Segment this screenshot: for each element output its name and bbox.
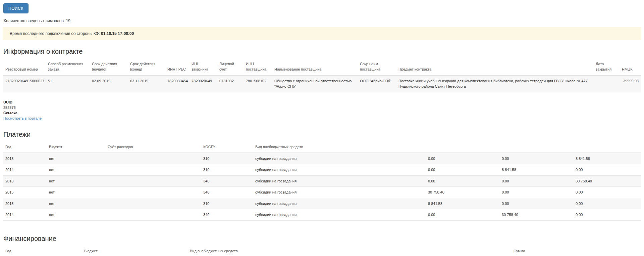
- registry-number-cell: 2782002064915000027: [3, 75, 45, 92]
- amount-1-cell: 8 841.58: [425, 198, 499, 209]
- table-row: 2014 нет 310 субсидии на госзадания 0.00…: [3, 164, 641, 176]
- kosgu-cell: 310: [201, 198, 253, 209]
- section-title-financing: Финансирование: [3, 235, 641, 243]
- alert-datetime: 01.10.15 17:00:00: [101, 31, 134, 36]
- amount-3-cell: 0.00: [573, 209, 641, 221]
- col-header-amount-1: [425, 142, 499, 153]
- amount-2-cell: 30 758.40: [499, 209, 573, 221]
- table-row: 2015 нет 310 субсидии на госзадания 8 84…: [3, 198, 641, 209]
- col-header-year: Год: [3, 142, 46, 153]
- amount-1-cell: 0.00: [425, 164, 499, 176]
- col-header-kosgu: КОСГУ: [201, 142, 253, 153]
- year-cell: 2014: [3, 164, 46, 176]
- payments-table: Год Бюджет Счёт расходов КОСГУ Вид внебю…: [3, 142, 641, 221]
- table-row: 2014 нет 340 субсидии на госзадания 0.00…: [3, 209, 641, 221]
- col-header-supplier-name: Наименование поставщика: [272, 59, 357, 75]
- extrabudget-type-cell: субсидии на госзадания: [253, 198, 425, 209]
- amount-2-cell: 0.00: [499, 187, 573, 198]
- amount-2-cell: 8 841.58: [499, 164, 573, 176]
- amount-2-cell: 0.00: [499, 175, 573, 187]
- amount-3-cell: 0.00: [573, 164, 641, 176]
- kosgu-cell: 340: [201, 209, 253, 221]
- close-date-cell: [593, 75, 619, 92]
- term-start-cell: 02.09.2015: [89, 75, 127, 92]
- supplier-short-name-cell: ООО "Абрис-СПб": [357, 75, 396, 92]
- amount-3-cell: 8 841.58: [573, 153, 641, 164]
- expense-account-cell: [105, 198, 201, 209]
- inn-customer-cell: 7820020649: [189, 75, 217, 92]
- year-cell: 2015: [3, 198, 46, 209]
- col-header-nmck: НМЦК: [619, 59, 641, 75]
- amount-2-cell: 0.00: [499, 153, 573, 164]
- year-cell: 2014: [3, 209, 46, 221]
- supplier-name-cell: Общество с ограниченной ответственностью…: [272, 75, 357, 92]
- col-header-extrabudget-type: Вид внебюджетных средств: [253, 142, 425, 153]
- kosgu-cell: 310: [201, 153, 253, 164]
- amount-1-cell: 0.00: [425, 153, 499, 164]
- contract-header-row: Реестровый номер Способ размещения заказ…: [3, 59, 641, 75]
- placement-method-cell: 51: [45, 75, 89, 92]
- budget-cell: нет: [46, 209, 105, 221]
- col-header-inn-grbs: ИНН ГРБС: [165, 59, 189, 75]
- extrabudget-type-cell: субсидии на госзадания: [253, 209, 425, 221]
- col-header-year: Год: [3, 246, 82, 256]
- col-header-budget: Бюджет: [46, 142, 105, 153]
- financing-header-row: Год Бюджет Вид внебюджетных средств Сумм…: [3, 246, 641, 256]
- col-header-extrabudget-type: Вид внебюджетных средств: [187, 246, 511, 256]
- extrabudget-type-cell: субсидии на госзадания: [253, 187, 425, 198]
- budget-cell: нет: [46, 175, 105, 187]
- col-header-contract-subject: Предмет контракта: [396, 59, 593, 75]
- kosgu-cell: 310: [201, 164, 253, 176]
- col-header-personal-account: Лицевой счет: [217, 59, 243, 75]
- extrabudget-type-cell: субсидии на госзадания: [253, 153, 425, 164]
- expense-account-cell: [105, 164, 201, 176]
- search-button[interactable]: ПОИСК: [3, 3, 29, 13]
- inn-supplier-cell: 7801508102: [243, 75, 272, 92]
- inn-grbs-cell: 7820033454: [165, 75, 189, 92]
- amount-1-cell: 0.00: [425, 209, 499, 221]
- uuid-label: UUID: [3, 100, 641, 105]
- col-header-term-start: Срок действия [начало]: [89, 59, 127, 75]
- amount-3-cell: 30 758.40: [573, 175, 641, 187]
- kosgu-cell: 340: [201, 187, 253, 198]
- table-row: 2015 нет 340 субсидии на госзадания 30 7…: [3, 187, 641, 198]
- col-header-amount-2: [499, 142, 573, 153]
- amount-3-cell: 0.00: [573, 187, 641, 198]
- nmck-cell: 39599.98: [619, 75, 641, 92]
- table-row: 2013 нет 340 субсидии на госзадания 0.00…: [3, 175, 641, 187]
- year-cell: 2013: [3, 175, 46, 187]
- amount-2-cell: 0.00: [499, 198, 573, 209]
- alert-banner: Время последнего подключения со стороны …: [3, 27, 641, 40]
- section-title-contract: Информация о контракте: [3, 48, 641, 55]
- expense-account-cell: [105, 175, 201, 187]
- col-header-inn-customer: ИНН заказчика: [189, 59, 217, 75]
- col-header-budget: Бюджет: [82, 246, 187, 256]
- portal-link[interactable]: Посмотреть в портале: [3, 116, 42, 120]
- term-end-cell: 03.11.2015: [127, 75, 165, 92]
- col-header-sum: Сумма: [511, 246, 641, 256]
- col-header-registry-number: Реестровый номер: [3, 59, 45, 75]
- budget-cell: нет: [46, 187, 105, 198]
- extrabudget-type-cell: субсидии на госзадания: [253, 175, 425, 187]
- alert-text: Время последнего подключения со стороны …: [10, 31, 100, 36]
- uuid-value: 252876: [3, 105, 641, 111]
- amount-1-cell: 0.00: [425, 175, 499, 187]
- personal-account-cell: 0731032: [217, 75, 243, 92]
- table-row: 2013 нет 310 субсидии на госзадания 0.00…: [3, 153, 641, 164]
- contract-subject-cell: Поставка книг и учебных изданий для комп…: [396, 75, 593, 92]
- col-header-supplier-short-name: Сокр.наим. поставщика: [357, 59, 396, 75]
- expense-account-cell: [105, 153, 201, 164]
- budget-cell: нет: [46, 153, 105, 164]
- col-header-term-end: Срок действия [конец]: [127, 59, 165, 75]
- budget-cell: нет: [46, 164, 105, 176]
- expense-account-cell: [105, 187, 201, 198]
- col-header-close-date: Дата закрытия: [593, 59, 619, 75]
- col-header-expense-account: Счёт расходов: [105, 142, 201, 153]
- col-header-placement-method: Способ размещения заказа: [45, 59, 89, 75]
- col-header-inn-supplier: ИНН поставщика: [243, 59, 272, 75]
- section-title-payments: Платежи: [3, 131, 641, 138]
- expense-account-cell: [105, 209, 201, 221]
- contract-row: 2782002064915000027 51 02.09.2015 03.11.…: [3, 75, 641, 92]
- payments-header-row: Год Бюджет Счёт расходов КОСГУ Вид внебю…: [3, 142, 641, 153]
- char-count-text: Количество введеных символов: 19: [4, 18, 641, 23]
